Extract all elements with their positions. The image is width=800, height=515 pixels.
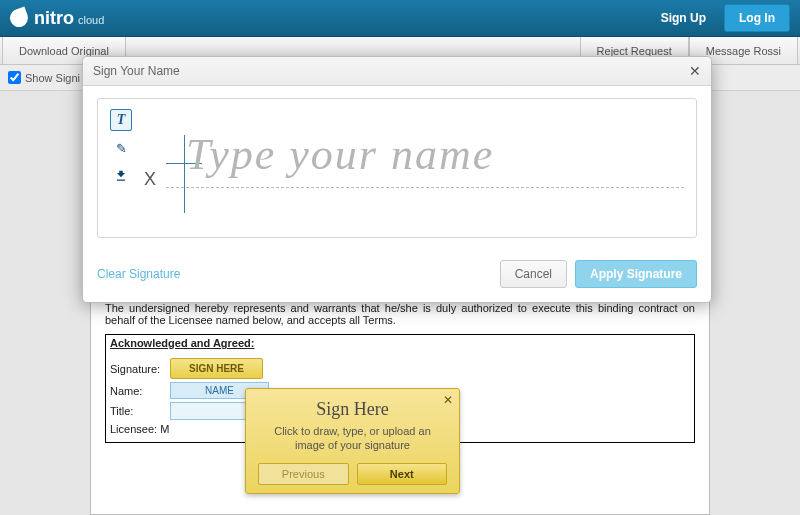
signup-link[interactable]: Sign Up bbox=[651, 5, 716, 31]
top-right-group: Sign Up Log In bbox=[651, 4, 790, 32]
brand-sub: cloud bbox=[78, 14, 104, 26]
upload-icon bbox=[114, 169, 128, 183]
type-icon: T bbox=[117, 112, 126, 128]
tooltip-previous-button[interactable]: Previous bbox=[258, 463, 349, 485]
tooltip-title: Sign Here bbox=[258, 399, 447, 420]
sign-name-modal: Sign Your Name ✕ T ✎ X Type your name bbox=[82, 56, 712, 303]
signature-tools: T ✎ bbox=[110, 109, 134, 219]
brand-logo: nitro cloud bbox=[10, 8, 104, 29]
signature-panel: T ✎ X Type your name bbox=[97, 98, 697, 238]
title-label: Title: bbox=[110, 405, 166, 417]
ack-title: Acknowledged and Agreed: bbox=[106, 335, 694, 351]
show-signing-checkbox[interactable] bbox=[8, 71, 21, 84]
sign-here-field[interactable]: SIGN HERE bbox=[170, 358, 263, 379]
name-label: Name: bbox=[110, 385, 166, 397]
signature-x-mark: X bbox=[144, 169, 156, 190]
modal-close-icon[interactable]: ✕ bbox=[689, 63, 701, 79]
type-signature-tool[interactable]: T bbox=[110, 109, 132, 131]
tooltip-close-icon[interactable]: ✕ bbox=[443, 393, 453, 407]
modal-footer: Clear Signature Cancel Apply Signature bbox=[83, 250, 711, 302]
upload-signature-tool[interactable] bbox=[110, 165, 132, 187]
draw-signature-tool[interactable]: ✎ bbox=[110, 137, 132, 159]
pencil-icon: ✎ bbox=[116, 141, 127, 156]
apply-signature-button[interactable]: Apply Signature bbox=[575, 260, 697, 288]
modal-header: Sign Your Name ✕ bbox=[83, 57, 711, 86]
leaf-icon bbox=[7, 6, 30, 29]
signature-label: Signature: bbox=[110, 363, 166, 375]
top-bar: nitro cloud Sign Up Log In bbox=[0, 0, 800, 37]
tooltip-body: Click to draw, type, or upload an image … bbox=[258, 424, 447, 453]
clear-signature-link[interactable]: Clear Signature bbox=[97, 267, 180, 281]
signature-canvas[interactable]: X Type your name bbox=[144, 109, 684, 219]
text-caret-icon bbox=[184, 135, 185, 213]
licensee-label: Licensee: M bbox=[110, 423, 169, 435]
modal-title: Sign Your Name bbox=[93, 64, 180, 78]
brand-name: nitro bbox=[34, 8, 74, 29]
signature-baseline bbox=[166, 187, 684, 188]
sign-here-tooltip: ✕ Sign Here Click to draw, type, or uplo… bbox=[245, 388, 460, 494]
signature-placeholder: Type your name bbox=[186, 129, 494, 180]
show-signing-label: Show Signi bbox=[25, 72, 80, 84]
document-paragraph: The undersigned hereby represents and wa… bbox=[105, 302, 695, 326]
tooltip-next-button[interactable]: Next bbox=[357, 463, 448, 485]
login-button[interactable]: Log In bbox=[724, 4, 790, 32]
cancel-button[interactable]: Cancel bbox=[500, 260, 567, 288]
